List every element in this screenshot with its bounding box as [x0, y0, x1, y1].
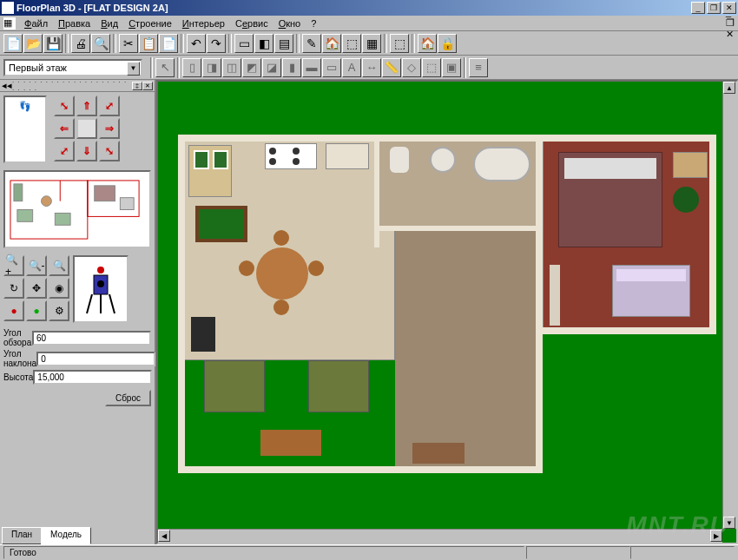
sofa-bed — [612, 265, 690, 317]
tool-c-icon[interactable]: ▤ — [274, 34, 293, 53]
tab-model[interactable]: Модель — [41, 527, 91, 544]
tool-e-icon[interactable]: 🏠 — [322, 34, 341, 53]
shape-tool-icon[interactable]: ◇ — [402, 58, 421, 77]
zoom-out-icon[interactable]: 🔍- — [26, 255, 47, 276]
tab-plan[interactable]: План — [2, 527, 42, 544]
wall-tool-icon[interactable]: ▯ — [182, 58, 201, 77]
viewport-3d[interactable]: ▲ ▼ ◀ ▶ MNT.RU — [156, 80, 738, 544]
layer-tool-icon[interactable]: ≡ — [469, 58, 488, 77]
child-restore-button[interactable]: ❐ — [726, 17, 735, 29]
child-minimize-button[interactable]: _ — [726, 7, 735, 17]
nav-down-left-icon[interactable]: ⤢ — [54, 141, 75, 161]
panel-header[interactable]: ◂◂ · · · · · · · · · · · · · · · · · · ·… — [0, 80, 155, 92]
height-input[interactable] — [33, 370, 152, 385]
zoom-fit-icon[interactable]: 🔍 — [49, 255, 69, 276]
bathtub — [473, 147, 530, 181]
scrollbar-vertical[interactable]: ▲ ▼ — [722, 82, 736, 529]
copy-icon[interactable]: 📋 — [139, 34, 158, 53]
nav-up-icon[interactable]: ⇑ — [76, 96, 97, 116]
walk-tool-icon[interactable]: 👣 — [3, 96, 47, 163]
nav-up-left-icon[interactable]: ⤡ — [54, 96, 75, 116]
pointer-icon[interactable]: ↖ — [155, 58, 175, 77]
menu-interior[interactable]: Интерьер — [177, 17, 230, 30]
menu-file[interactable]: Файл — [19, 17, 53, 30]
beam-tool-icon[interactable]: ▬ — [302, 58, 321, 77]
camera-params: Угол обзора Угол наклона Высота — [0, 326, 155, 388]
scrollbar-horizontal[interactable]: ◀ ▶ — [158, 529, 722, 543]
second-toolbar: Первый этаж ▼ ↖ ▯ ◨ ◫ ◩ ◪ ▮ ▬ ▭ A ↔ 📏 ◇ … — [0, 56, 738, 80]
nav-up-right-icon[interactable]: ⤢ — [99, 96, 120, 116]
nav-right-icon[interactable]: ⇒ — [99, 118, 120, 139]
dropdown-icon[interactable]: ▼ — [127, 62, 140, 76]
menu-service[interactable]: Сервис — [230, 17, 273, 30]
scroll-right-icon[interactable]: ▶ — [710, 530, 722, 542]
nav-down-right-icon[interactable]: ⤡ — [99, 141, 120, 161]
new-file-icon[interactable]: 📄 — [3, 34, 23, 53]
reset-button[interactable]: Сброс — [105, 390, 151, 406]
status-cell-2 — [526, 546, 630, 559]
scroll-up-icon[interactable]: ▲ — [723, 82, 735, 94]
stove — [265, 143, 317, 169]
home-lock-icon[interactable]: 🔒 — [438, 34, 457, 53]
render-red-icon[interactable]: ● — [3, 300, 24, 321]
column-tool-icon[interactable]: ▮ — [282, 58, 301, 77]
measure-tool-icon[interactable]: 📏 — [382, 58, 401, 77]
slab-tool-icon[interactable]: ▭ — [322, 58, 341, 77]
print-icon[interactable]: 🖨 — [71, 34, 90, 53]
orbit-icon[interactable]: ◉ — [49, 278, 69, 299]
scroll-down-icon[interactable]: ▼ — [723, 517, 735, 529]
menu-edit[interactable]: Правка — [53, 17, 96, 30]
paste-icon[interactable]: 📄 — [159, 34, 178, 53]
camera-icon — [80, 263, 122, 315]
render-green-icon[interactable]: ● — [26, 300, 47, 321]
grid-icon[interactable]: ▦ — [362, 34, 381, 53]
svg-rect-5 — [95, 186, 115, 201]
dim-tool-icon[interactable]: ↔ — [362, 58, 381, 77]
menu-building[interactable]: Строение — [123, 17, 177, 30]
chair — [273, 230, 289, 246]
child-close-button[interactable]: ✕ — [726, 29, 735, 40]
obj-tool-icon[interactable]: ▣ — [442, 58, 461, 77]
menu-window[interactable]: Окно — [273, 17, 306, 30]
nav-center-icon[interactable] — [76, 118, 97, 139]
scroll-left-icon[interactable]: ◀ — [158, 530, 170, 542]
sofa — [308, 360, 369, 412]
save-icon[interactable]: 💾 — [43, 34, 63, 53]
roof-tool-icon[interactable]: ◪ — [262, 58, 281, 77]
door-tool-icon[interactable]: ◨ — [202, 58, 221, 77]
bed — [558, 152, 662, 247]
print-preview-icon[interactable]: 🔍 — [91, 34, 110, 53]
window-tool-icon[interactable]: ◫ — [222, 58, 241, 77]
menu-view[interactable]: Вид — [96, 17, 123, 30]
stairs-tool-icon[interactable]: ◩ — [242, 58, 261, 77]
tool-g-icon[interactable]: ⬚ — [390, 34, 409, 53]
nav-left-icon[interactable]: ⇐ — [54, 118, 75, 139]
pan-icon[interactable]: ✥ — [26, 278, 47, 299]
plant — [673, 187, 699, 213]
cut-icon[interactable]: ✂ — [119, 34, 138, 53]
floor-select[interactable]: Первый этаж ▼ — [3, 59, 142, 76]
rotate-icon[interactable]: ↻ — [3, 278, 24, 299]
redo-icon[interactable]: ↷ — [207, 34, 226, 53]
panel-close-icon[interactable]: ✕ — [142, 82, 153, 90]
minimap[interactable] — [3, 170, 151, 248]
text-tool-icon[interactable]: A — [342, 58, 361, 77]
menu-help[interactable]: ? — [306, 17, 321, 30]
zoom-in-icon[interactable]: 🔍+ — [3, 255, 24, 276]
minimize-button[interactable]: _ — [691, 2, 705, 14]
nightstand — [673, 152, 708, 178]
tool-a-icon[interactable]: ▭ — [234, 34, 254, 53]
panel-collapse-icon[interactable]: ‡ — [132, 82, 142, 90]
nav-down-icon[interactable]: ⇓ — [76, 141, 97, 161]
settings-icon[interactable]: ⚙ — [49, 300, 69, 321]
tool-f-icon[interactable]: ⬚ — [342, 34, 361, 53]
undo-icon[interactable]: ↶ — [187, 34, 206, 53]
group-tool-icon[interactable]: ⬚ — [422, 58, 441, 77]
fov-input[interactable] — [32, 331, 151, 346]
home-red-icon[interactable]: 🏠 — [418, 34, 437, 53]
open-file-icon[interactable]: 📂 — [23, 34, 43, 53]
tilt-input[interactable] — [36, 352, 155, 366]
tool-b-icon[interactable]: ◧ — [254, 34, 273, 53]
maximize-button[interactable]: ❐ — [707, 2, 721, 14]
tool-d-icon[interactable]: ✎ — [302, 34, 321, 53]
